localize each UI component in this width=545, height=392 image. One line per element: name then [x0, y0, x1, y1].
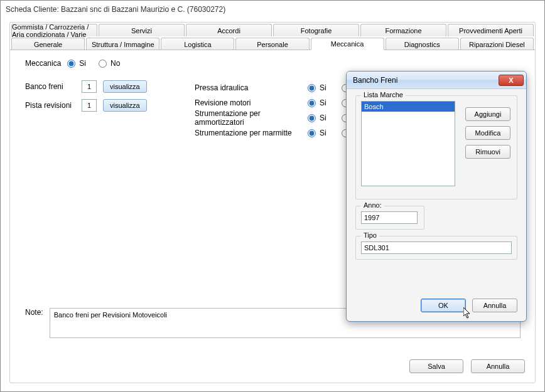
meccanica-no-label: No	[111, 59, 120, 68]
option-row: Strumentazione per ammortizzatoriSiNo	[195, 110, 369, 125]
banco-freni-input[interactable]	[82, 80, 97, 93]
meccanica-label: Meccanica	[25, 59, 61, 68]
meccanica-radio-no[interactable]	[99, 60, 107, 68]
option-radio-si[interactable]	[308, 84, 316, 92]
bancho-freni-dialog: Bancho Freni X Lista Marche Bosch Aggiun…	[346, 71, 527, 322]
option-label: Strumentazione per ammortizzatori	[195, 109, 308, 127]
close-icon[interactable]: X	[499, 75, 524, 86]
tab-fotografie[interactable]: Fotografie	[273, 24, 359, 36]
anno-label: Anno:	[361, 201, 384, 209]
pista-revisioni-input[interactable]	[82, 99, 97, 112]
tab-servizi[interactable]: Servizi	[99, 24, 185, 36]
dialog-title-text: Bancho Freni	[353, 76, 397, 85]
dialog-annulla-button[interactable]: Annulla	[472, 299, 517, 312]
meccanica-radio-si[interactable]	[67, 60, 75, 68]
tab-riparazioni-diesel[interactable]: Riparazioni Diesel	[460, 38, 534, 50]
option-label: Revisione motori	[195, 98, 308, 107]
option-row: Strumentazione per marmitteSiNo	[195, 125, 369, 140]
tab-personale[interactable]: Personale	[235, 38, 309, 50]
note-label: Note:	[25, 308, 43, 317]
tab-logistica[interactable]: Logistica	[161, 38, 234, 50]
main-window: Scheda Cliente: Bazzani snc di Bazzani M…	[0, 0, 545, 392]
note-value: Banco freni per Revisioni Motoveicoli	[54, 311, 167, 319]
banco-freni-label: Banco freni	[25, 82, 75, 91]
tab-provvedimenti-aperti[interactable]: Provvedimenti Aperti	[448, 24, 534, 36]
banco-freni-visualizza-button[interactable]: visualizza	[103, 80, 147, 93]
tab-generale[interactable]: Generale	[11, 38, 85, 50]
option-label: Strumentazione per marmitte	[195, 129, 308, 137]
tab-formazione[interactable]: Formazione	[360, 24, 446, 36]
option-radio-si[interactable]	[308, 129, 316, 137]
aggiungi-button[interactable]: Aggiungi	[465, 107, 510, 121]
lista-marche-label: Lista Marche	[361, 91, 406, 98]
tab-accordi[interactable]: Accordi	[186, 24, 272, 36]
annulla-button[interactable]: Annulla	[471, 359, 525, 373]
lista-marche-listbox[interactable]: Bosch	[361, 101, 455, 186]
option-row: Revisione motoriSiNo	[195, 95, 369, 110]
dialog-ok-button[interactable]: OK	[421, 299, 466, 312]
option-radio-si[interactable]	[308, 114, 316, 122]
tab-row-1: Gommista / Carrozzeria / Aria condiziona…	[10, 24, 535, 36]
dialog-titlebar[interactable]: Bancho Freni X	[347, 72, 526, 89]
rimuovi-button[interactable]: Rimuovi	[465, 145, 510, 159]
tipo-label: Tipo	[361, 231, 379, 239]
pista-revisioni-label: Pista revisioni	[25, 101, 75, 110]
tab-diagnostics[interactable]: Diagnostics	[386, 38, 459, 50]
option-row: Pressa idraulicaSiNo	[195, 80, 369, 95]
tab-gommista-carrozzeria-aria-condizionata-varie[interactable]: Gommista / Carrozzeria / Aria condiziona…	[11, 24, 97, 36]
tab-struttura-immagine[interactable]: Struttura / Immagine	[86, 38, 159, 50]
window-title: Scheda Cliente: Bazzani snc di Bazzani M…	[1, 1, 544, 18]
salva-button[interactable]: Salva	[409, 359, 463, 373]
options-column: Pressa idraulicaSiNoRevisione motoriSiNo…	[195, 80, 369, 140]
option-radio-si[interactable]	[308, 99, 316, 107]
meccanica-si-label: Si	[79, 59, 86, 68]
list-item[interactable]: Bosch	[362, 102, 455, 112]
anno-input[interactable]: 1997	[361, 211, 418, 224]
tipo-value: SDL301	[364, 244, 389, 252]
tab-row-2: GeneraleStruttura / ImmagineLogisticaPer…	[10, 38, 535, 50]
modifica-button[interactable]: Modifica	[465, 126, 510, 140]
pista-revisioni-visualizza-button[interactable]: visualizza	[103, 99, 147, 112]
tipo-input[interactable]: SDL301	[361, 241, 512, 254]
option-label: Pressa idraulica	[195, 83, 308, 92]
anno-value: 1997	[364, 214, 379, 221]
tab-meccanica[interactable]: Meccanica	[311, 38, 384, 50]
window-title-text: Scheda Cliente: Bazzani snc di Bazzani M…	[6, 5, 225, 14]
